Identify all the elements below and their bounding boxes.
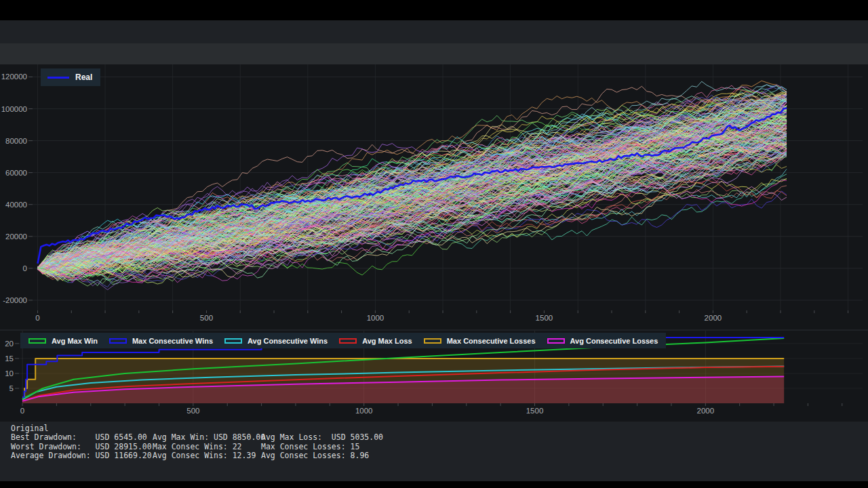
- stats-column-2: Avg Max Win: USD 8850.00 Max Consec Wins…: [153, 433, 261, 460]
- legend-label: Avg Consecutive Losses: [570, 337, 658, 345]
- svg-text:1000: 1000: [355, 407, 373, 415]
- legend-item-avg-consecutive-wins: Avg Consecutive Wins: [224, 337, 328, 345]
- svg-text:60000: 60000: [5, 169, 27, 177]
- svg-text:10: 10: [5, 369, 14, 378]
- stats-title: Original: [11, 424, 383, 433]
- legend-swatch: [339, 338, 357, 344]
- svg-text:500: 500: [186, 407, 199, 415]
- stats-column-3: Avg Max Loss: USD 5035.00 Max Consec Los…: [261, 433, 383, 460]
- svg-text:40000: 40000: [5, 201, 27, 209]
- legend-item-avg-consecutive-losses: Avg Consecutive Losses: [547, 337, 658, 345]
- stats-column-1: Best Drawdown: USD 6545.00 Worst Drawdow…: [11, 433, 153, 460]
- svg-text:2000: 2000: [705, 314, 722, 322]
- statistics-chart-legend: Avg Max WinMax Consecutive WinsAvg Conse…: [20, 333, 666, 348]
- legend-swatch: [224, 338, 242, 344]
- legend-swatch: [28, 338, 46, 344]
- svg-text:500: 500: [200, 314, 213, 322]
- legend-swatch: [547, 338, 565, 344]
- legend-label: Max Consecutive Wins: [132, 337, 213, 345]
- svg-text:20: 20: [5, 340, 14, 348]
- legend-item-max-consecutive-losses: Max Consecutive Losses: [424, 337, 536, 345]
- real-series-swatch: [47, 77, 69, 79]
- svg-text:20000: 20000: [5, 232, 27, 241]
- legend-label: Avg Max Win: [52, 337, 98, 345]
- svg-text:5: 5: [9, 384, 14, 392]
- svg-text:15: 15: [5, 354, 14, 363]
- equity-curves-plot: -200000200004000060000800001000001200000…: [0, 64, 868, 329]
- equity-curves-chart: -200000200004000060000800001000001200000…: [0, 64, 868, 329]
- main-chart-legend: Real: [41, 68, 100, 86]
- svg-text:80000: 80000: [5, 137, 27, 145]
- legend-label: Avg Consecutive Wins: [248, 337, 328, 345]
- svg-text:1500: 1500: [526, 407, 544, 415]
- svg-text:0: 0: [20, 407, 24, 415]
- toolbar: OriginalResamplePermutatedRandomize1-10: [0, 43, 868, 64]
- svg-text:100000: 100000: [1, 105, 27, 113]
- stats-columns: Best Drawdown: USD 6545.00 Worst Drawdow…: [11, 433, 383, 460]
- statistics-summary: Original Best Drawdown: USD 6545.00 Wors…: [11, 424, 383, 461]
- real-series-label: Real: [75, 73, 92, 82]
- legend-label: Max Consecutive Losses: [447, 337, 536, 345]
- svg-text:0: 0: [35, 314, 39, 322]
- legend-label: Avg Max Loss: [362, 337, 412, 345]
- svg-text:1500: 1500: [536, 314, 553, 322]
- title-bar: MC Analysis - (Time[0] >= 130000) AND (T…: [0, 20, 868, 43]
- svg-text:-20000: -20000: [3, 296, 27, 304]
- legend-item-avg-max-loss: Avg Max Loss: [339, 337, 412, 345]
- svg-text:120000: 120000: [1, 73, 27, 81]
- svg-text:0: 0: [23, 264, 27, 272]
- legend-swatch: [109, 338, 127, 344]
- legend-item-avg-max-win: Avg Max Win: [28, 337, 98, 345]
- legend-swatch: [424, 338, 441, 344]
- svg-text:2000: 2000: [697, 407, 715, 415]
- legend-item-max-consecutive-wins: Max Consecutive Wins: [109, 337, 213, 345]
- svg-text:1000: 1000: [367, 314, 384, 322]
